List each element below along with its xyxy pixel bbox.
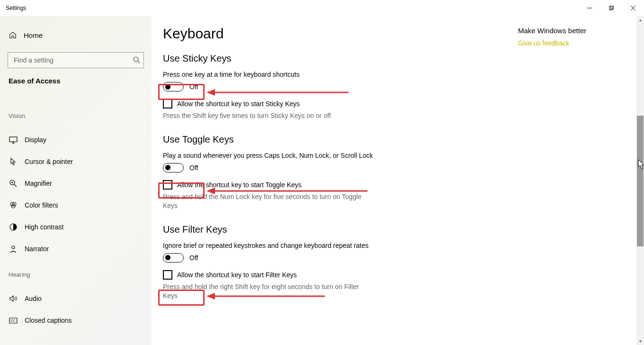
search-wrapper — [8, 52, 144, 68]
home-nav[interactable]: Home — [0, 25, 152, 45]
checkbox-label: Allow the shortcut key to start Filter K… — [177, 271, 297, 279]
svg-line-11 — [14, 184, 17, 187]
audio-icon — [9, 294, 18, 303]
toggle-state-label: Off — [189, 164, 198, 172]
svg-rect-2 — [610, 6, 614, 9]
highcontrast-icon — [9, 222, 18, 232]
home-icon — [9, 31, 17, 39]
sidebar-item-high-contrast[interactable]: High contrast — [0, 216, 152, 238]
magnifier-icon — [9, 179, 18, 188]
sidebar-item-magnifier[interactable]: Magnifier — [0, 172, 152, 194]
sidebar-item-label: High contrast — [25, 223, 63, 231]
minimize-button[interactable] — [579, 0, 600, 16]
section-description: Press one key at a time for keyboard sho… — [163, 71, 381, 78]
svg-rect-1 — [609, 7, 612, 10]
feedback-link[interactable]: Give us feedback — [518, 39, 627, 47]
svg-rect-7 — [9, 137, 17, 142]
titlebar: Settings — [0, 0, 644, 16]
sidebar-item-label: Magnifier — [25, 180, 52, 187]
maximize-button[interactable] — [600, 0, 622, 16]
window-buttons — [579, 0, 644, 16]
scroll-down-icon[interactable]: ▾ — [636, 337, 644, 345]
sidebar-item-closed-captions[interactable]: CCClosed captions — [0, 309, 152, 331]
sidebar-item-label: Color filters — [25, 201, 58, 209]
section-description: Play a sound whenever you press Caps Loc… — [163, 152, 381, 159]
svg-point-5 — [134, 57, 138, 62]
sidebar-item-label: Narrator — [25, 245, 49, 253]
content: Keyboard Use Sticky KeysPress one key at… — [152, 16, 518, 345]
toggle-row: Off — [163, 163, 518, 172]
toggle-state-label: Off — [189, 254, 198, 262]
section-description: Ignore brief or repeated keystrokes and … — [163, 242, 381, 249]
sidebar-item-label: Audio — [25, 295, 42, 302]
narrator-icon — [9, 244, 18, 254]
helper-text: Press and hold the right Shift key for e… — [163, 282, 371, 301]
right-heading: Make Windows better — [518, 27, 627, 35]
scroll-thumb[interactable] — [637, 116, 644, 246]
checkbox-row: Allow the shortcut key to start Filter K… — [163, 270, 518, 280]
checkbox-label: Allow the shortcut key to start Toggle K… — [177, 181, 302, 189]
colorfilters-icon — [9, 200, 18, 210]
home-label: Home — [24, 31, 43, 39]
sidebar-item-color-filters[interactable]: Color filters — [0, 194, 152, 216]
checkbox-row: Allow the shortcut key to start Toggle K… — [163, 180, 518, 190]
sidebar-item-cursor-pointer[interactable]: Cursor & pointer — [0, 151, 152, 172]
cc-icon: CC — [9, 316, 18, 325]
window-title: Settings — [6, 5, 26, 11]
toggle-switch[interactable] — [163, 163, 184, 172]
group-label: Hearing — [0, 271, 152, 278]
section-heading: Use Filter Keys — [163, 224, 518, 235]
cursor-icon — [9, 157, 18, 166]
toggle-switch[interactable] — [163, 82, 184, 91]
section-heading: Use Sticky Keys — [163, 53, 518, 64]
toggle-switch[interactable] — [163, 253, 184, 263]
svg-point-18 — [12, 246, 15, 249]
checkbox[interactable] — [163, 270, 172, 280]
checkbox[interactable] — [163, 180, 172, 190]
section-heading: Use Toggle Keys — [163, 134, 518, 145]
section-title: Ease of Access — [0, 68, 152, 85]
right-pane: Make Windows better Give us feedback — [518, 16, 636, 345]
sidebar: Home Ease of Access VisionDisplayCursor … — [0, 16, 152, 345]
close-button[interactable] — [622, 0, 644, 16]
page-title: Keyboard — [163, 26, 518, 42]
helper-text: Press and hold the Num Lock key for five… — [163, 192, 371, 211]
sidebar-item-narrator[interactable]: Narrator — [0, 238, 152, 260]
search-icon — [133, 56, 140, 64]
group-label: Vision — [0, 112, 152, 119]
display-icon — [9, 135, 18, 145]
sidebar-item-label: Cursor & pointer — [25, 158, 73, 165]
sidebar-item-display[interactable]: Display — [0, 129, 152, 151]
toggle-row: Off — [163, 82, 518, 91]
checkbox-label: Allow the shortcut key to start Sticky K… — [177, 100, 300, 108]
svg-line-6 — [138, 61, 140, 63]
scrollbar[interactable]: ▴ ▾ — [636, 16, 644, 345]
sidebar-item-label: Closed captions — [25, 317, 72, 324]
mouse-cursor-icon — [638, 159, 644, 170]
sidebar-item-audio[interactable]: Audio — [0, 288, 152, 309]
sidebar-item-label: Display — [25, 136, 46, 144]
checkbox[interactable] — [163, 99, 172, 109]
scroll-up-icon[interactable]: ▴ — [636, 16, 644, 24]
toggle-state-label: Off — [189, 83, 198, 91]
main: Keyboard Use Sticky KeysPress one key at… — [152, 16, 644, 345]
toggle-row: Off — [163, 253, 518, 263]
checkbox-row: Allow the shortcut key to start Sticky K… — [163, 99, 518, 109]
search-input[interactable] — [8, 52, 144, 68]
helper-text: Press the Shift key five times to turn S… — [163, 111, 371, 121]
svg-text:CC: CC — [11, 319, 16, 322]
